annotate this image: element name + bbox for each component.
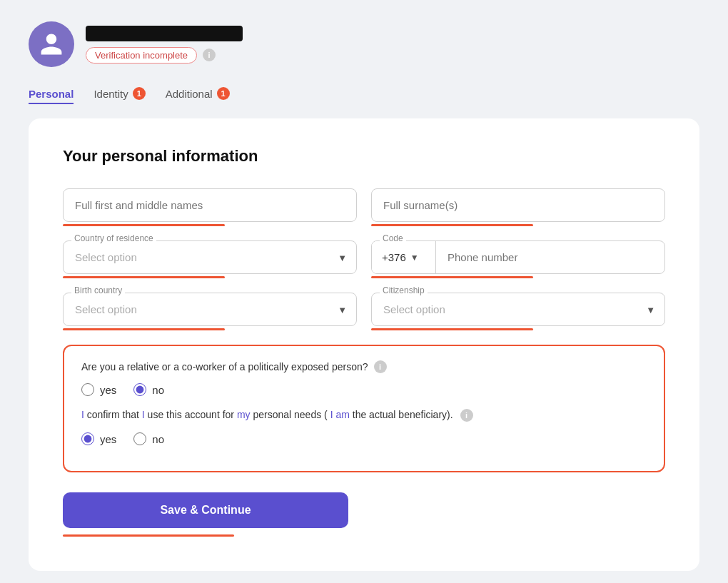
save-button-wrap: Save & Continue bbox=[63, 492, 665, 537]
surname-input[interactable] bbox=[371, 188, 665, 222]
personal-info-card: Your personal information Country of res… bbox=[29, 118, 699, 571]
confirm-highlight-i2: I bbox=[142, 409, 145, 420]
confirm-text-content4: the actual beneficiary). bbox=[353, 409, 453, 420]
save-continue-button[interactable]: Save & Continue bbox=[63, 492, 348, 528]
pep-radio-group: yes no bbox=[81, 383, 647, 396]
tab-identity-label: Identity bbox=[93, 88, 128, 100]
phone-field-wrap: Code +376 ▼ bbox=[371, 240, 665, 278]
tab-identity[interactable]: Identity 1 bbox=[93, 87, 145, 104]
confirm-text: I confirm that I use this account for my… bbox=[81, 407, 647, 422]
avatar bbox=[29, 21, 74, 67]
birth-country-select[interactable]: Select option bbox=[63, 293, 357, 326]
phone-code-chevron-icon: ▼ bbox=[410, 253, 419, 263]
verification-badge: Verification incomplete i bbox=[86, 47, 243, 64]
birth-country-field-wrap: Birth country Select option ▼ bbox=[63, 293, 357, 330]
phone-group: Code +376 ▼ bbox=[371, 240, 665, 274]
pep-section: Are you a relative or a co-worker of a p… bbox=[63, 345, 665, 472]
confirm-highlight-my: my bbox=[237, 409, 251, 420]
tab-personal[interactable]: Personal bbox=[29, 88, 74, 104]
phone-error-bar bbox=[371, 276, 533, 278]
save-button-error-bar bbox=[63, 534, 234, 537]
pep-no-radio[interactable] bbox=[133, 383, 146, 396]
country-select-group: Country of residence Select option ▼ bbox=[63, 240, 357, 274]
pep-no-label[interactable]: no bbox=[133, 383, 164, 396]
header-right: Verification incomplete i bbox=[86, 26, 243, 64]
pep-yes-label[interactable]: yes bbox=[81, 383, 116, 396]
confirm-yes-label[interactable]: yes bbox=[81, 432, 116, 445]
tab-additional[interactable]: Additional 1 bbox=[166, 87, 230, 104]
tab-additional-label: Additional bbox=[166, 88, 213, 100]
country-field-wrap: Country of residence Select option ▼ bbox=[63, 240, 357, 278]
verification-status: Verification incomplete bbox=[86, 47, 197, 64]
birth-country-label: Birth country bbox=[71, 285, 125, 295]
phone-inner: +376 ▼ bbox=[371, 240, 665, 274]
confirm-radio-group: yes no bbox=[81, 432, 647, 445]
pep-info-icon[interactable]: i bbox=[374, 360, 387, 373]
citizenship-select[interactable]: Select option bbox=[371, 293, 665, 326]
tab-personal-label: Personal bbox=[29, 88, 74, 100]
first-name-field-wrap bbox=[63, 188, 357, 226]
first-name-error-bar bbox=[63, 224, 225, 226]
citizenship-label: Citizenship bbox=[380, 285, 428, 295]
confirm-text-content: confirm that bbox=[87, 409, 142, 420]
birth-country-select-group: Birth country Select option ▼ bbox=[63, 293, 357, 326]
phone-code-select[interactable]: +376 ▼ bbox=[372, 241, 436, 273]
country-select[interactable]: Select option bbox=[63, 240, 357, 274]
pep-question: Are you a relative or a co-worker of a p… bbox=[81, 360, 647, 373]
pep-yes-radio[interactable] bbox=[81, 383, 94, 396]
phone-number-input[interactable] bbox=[436, 241, 664, 273]
card-title: Your personal information bbox=[63, 147, 665, 166]
surname-field-wrap bbox=[371, 188, 665, 226]
confirm-yes-text: yes bbox=[100, 433, 116, 445]
tab-identity-badge: 1 bbox=[133, 87, 146, 100]
citizenship-field-wrap: Citizenship Select option ▼ bbox=[371, 293, 665, 330]
pep-yes-text: yes bbox=[100, 384, 116, 396]
name-row bbox=[63, 188, 665, 226]
code-label: Code bbox=[380, 233, 406, 243]
tabs: Personal Identity 1 Additional 1 bbox=[29, 87, 699, 104]
country-phone-row: Country of residence Select option ▼ Cod… bbox=[63, 240, 665, 278]
confirm-text-content3: personal needs ( bbox=[253, 409, 327, 420]
birth-country-error-bar bbox=[63, 328, 225, 330]
confirm-text-content2: use this account for bbox=[148, 409, 237, 420]
tab-additional-badge: 1 bbox=[217, 87, 230, 100]
confirm-no-radio[interactable] bbox=[133, 432, 146, 445]
confirm-no-text: no bbox=[152, 433, 164, 445]
confirm-yes-radio[interactable] bbox=[81, 432, 94, 445]
confirm-info-icon[interactable]: i bbox=[460, 409, 473, 422]
country-label: Country of residence bbox=[71, 233, 156, 243]
phone-code-value: +376 bbox=[382, 251, 406, 263]
first-name-input[interactable] bbox=[63, 188, 357, 222]
confirm-highlight-i: I bbox=[81, 409, 84, 420]
pep-no-text: no bbox=[152, 384, 164, 396]
header: Verification incomplete i bbox=[29, 21, 699, 67]
birth-citizenship-row: Birth country Select option ▼ Citizenshi… bbox=[63, 293, 665, 330]
country-error-bar bbox=[63, 276, 225, 278]
info-icon[interactable]: i bbox=[203, 49, 216, 61]
confirm-highlight-iam: I am bbox=[330, 409, 350, 420]
pep-question-text: Are you a relative or a co-worker of a p… bbox=[81, 361, 368, 372]
citizenship-select-group: Citizenship Select option ▼ bbox=[371, 293, 665, 326]
confirm-no-label[interactable]: no bbox=[133, 432, 164, 445]
citizenship-error-bar bbox=[371, 328, 533, 330]
username-bar bbox=[86, 26, 243, 41]
surname-error-bar bbox=[371, 224, 533, 226]
